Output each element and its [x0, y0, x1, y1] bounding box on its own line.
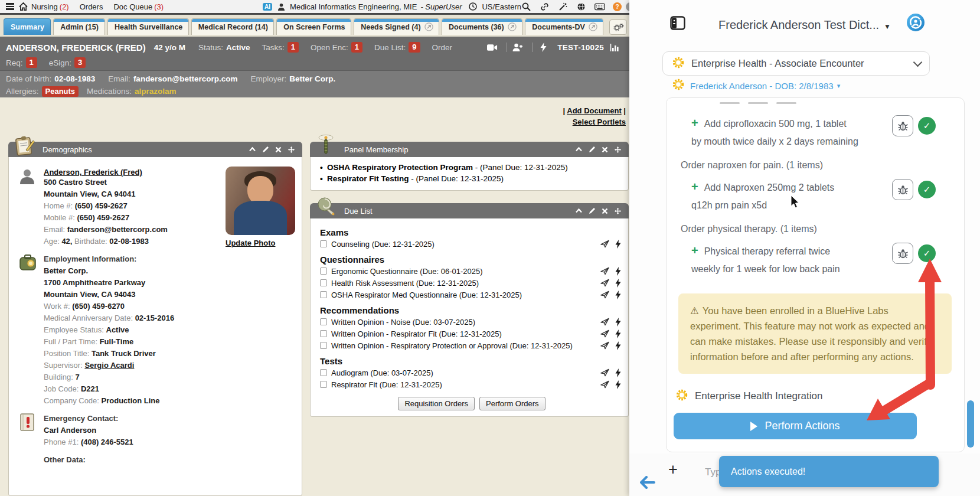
tab-summary[interactable]: Summary	[4, 18, 51, 35]
medication-value[interactable]: alprazolam	[135, 87, 177, 96]
timezone-label[interactable]: US/Eastern	[482, 2, 521, 11]
checkbox[interactable]	[320, 342, 327, 349]
tab-medical-record-14[interactable]: Medical Record (14)	[191, 18, 275, 35]
checkbox[interactable]	[320, 369, 327, 376]
employment-section: Employment Information: Better Corp.1700…	[17, 253, 296, 407]
panel-scrollbar-thumb[interactable]	[967, 400, 974, 448]
tab-documents-dv[interactable]: Documents-DV	[525, 18, 603, 35]
quick-order-icon[interactable]	[615, 380, 621, 389]
video-call-icon[interactable]	[487, 43, 498, 52]
panel-membership-header[interactable]: Panel Membership	[310, 142, 629, 157]
due-section-heading: Tests	[320, 356, 623, 366]
panel-membership-item: OSHA Respiratory Protection Program - (P…	[319, 162, 620, 173]
home-icon[interactable]	[19, 2, 28, 11]
globe-icon[interactable]	[576, 2, 587, 11]
tab-health-surveillance[interactable]: Health Surveillance	[107, 18, 189, 35]
perform-orders-button[interactable]: Perform Orders	[479, 397, 545, 410]
allergy-badge[interactable]: Peanuts	[42, 86, 79, 97]
send-icon[interactable]	[600, 291, 609, 299]
send-icon[interactable]	[600, 240, 609, 249]
edit-icon[interactable]	[589, 146, 596, 153]
perform-actions-button[interactable]: Perform Actions	[674, 413, 917, 439]
hamburger-menu-icon[interactable]	[6, 3, 14, 10]
send-icon[interactable]	[600, 279, 609, 288]
field-value[interactable]: Sergio Acardi	[84, 361, 134, 370]
send-icon[interactable]	[600, 329, 609, 338]
chart-stats-icon[interactable]	[609, 43, 620, 52]
select-portlets-link[interactable]: Select Portlets	[573, 118, 626, 126]
move-icon[interactable]	[614, 146, 622, 154]
order-label[interactable]: Order	[432, 43, 453, 52]
add-document-link[interactable]: Add Document	[567, 106, 621, 115]
bug-report-button[interactable]	[892, 115, 913, 136]
search-icon[interactable]	[521, 2, 532, 11]
portlet-title: Demographics	[43, 145, 249, 154]
esign-count-badge[interactable]: 3	[74, 57, 86, 68]
tab-on-screen-forms[interactable]: On Screen Forms	[276, 18, 351, 35]
send-icon[interactable]	[600, 318, 609, 327]
encounter-selector[interactable]: Enterprise Health - Associate Encounter	[662, 51, 930, 76]
quick-order-icon[interactable]	[615, 240, 621, 249]
quick-order-icon[interactable]	[615, 279, 621, 288]
add-user-icon[interactable]	[512, 43, 523, 52]
req-count-badge[interactable]: 1	[26, 57, 37, 68]
wand-icon[interactable]	[558, 2, 569, 11]
close-icon[interactable]	[275, 146, 282, 153]
collapse-panel-arrow-icon[interactable]	[640, 476, 655, 491]
open-enc-count-badge[interactable]: 1	[351, 42, 362, 53]
assistant-patient-line[interactable]: Frederick Anderson - DOB: 2/8/1983 ▾	[671, 79, 840, 93]
edit-icon[interactable]	[262, 146, 269, 153]
tab-label: On Screen Forms	[283, 23, 345, 31]
quick-order-icon[interactable]	[615, 368, 621, 377]
bluehive-logo-icon[interactable]	[906, 13, 925, 32]
tasks-count-badge[interactable]: 1	[288, 42, 299, 53]
collapse-icon[interactable]	[575, 146, 583, 152]
quick-action-icon[interactable]	[538, 43, 548, 52]
add-attachment-button[interactable]: +	[668, 461, 678, 479]
checkbox[interactable]	[320, 267, 327, 275]
collapse-icon[interactable]	[249, 146, 256, 152]
checkbox[interactable]	[320, 240, 327, 247]
topbar-menu-item[interactable]: Doc Queue(3)	[113, 2, 164, 11]
demographics-portlet-header[interactable]: Demographics	[8, 142, 302, 157]
checkbox[interactable]	[320, 330, 327, 337]
quick-order-icon[interactable]	[615, 267, 621, 276]
bug-report-button[interactable]	[892, 243, 913, 264]
send-icon[interactable]	[600, 341, 609, 350]
checkbox[interactable]	[320, 381, 327, 388]
tab-needs-signed-4[interactable]: Needs Signed (4)	[354, 18, 439, 35]
tab-admin-15[interactable]: Admin (15)	[53, 18, 105, 35]
collapse-icon[interactable]	[575, 208, 583, 214]
update-photo-link[interactable]: Update Photo	[226, 239, 296, 247]
sidebar-toggle-icon[interactable]	[670, 16, 685, 32]
quick-order-icon[interactable]	[615, 291, 621, 299]
keyboard-icon[interactable]	[594, 2, 605, 11]
edit-icon[interactable]	[589, 207, 596, 214]
help-icon[interactable]: ?	[613, 2, 622, 11]
link-icon[interactable]	[540, 2, 550, 11]
requisition-orders-button[interactable]: Requisition Orders	[398, 397, 475, 410]
send-icon[interactable]	[600, 380, 609, 389]
bug-report-button[interactable]	[892, 179, 913, 200]
checkbox[interactable]	[320, 318, 327, 325]
quick-order-icon[interactable]	[615, 329, 621, 338]
quick-order-icon[interactable]	[615, 318, 621, 327]
patient-name-link[interactable]: Anderson, Frederick (Fred)	[44, 168, 142, 177]
close-icon[interactable]	[602, 146, 608, 153]
close-icon[interactable]	[602, 208, 608, 214]
tab-label: Admin (15)	[60, 23, 99, 31]
topbar-menu-item[interactable]: Nursing(2)	[31, 2, 69, 11]
checkbox[interactable]	[320, 279, 327, 286]
tab-documents-36[interactable]: Documents (36)	[442, 18, 522, 35]
send-icon[interactable]	[600, 267, 609, 276]
send-icon[interactable]	[600, 368, 609, 377]
due-list-count-badge[interactable]: 9	[409, 42, 420, 53]
topbar-menu-item[interactable]: Orders	[80, 2, 103, 11]
checkbox[interactable]	[320, 291, 327, 298]
due-list-item: OSHA Respirator Med Questionnaire (Due: …	[320, 290, 623, 300]
move-icon[interactable]	[614, 207, 622, 215]
gears-icon[interactable]	[609, 19, 627, 35]
due-list-header[interactable]: Due List	[310, 203, 629, 218]
quick-order-icon[interactable]	[615, 341, 621, 350]
move-icon[interactable]	[288, 146, 295, 154]
